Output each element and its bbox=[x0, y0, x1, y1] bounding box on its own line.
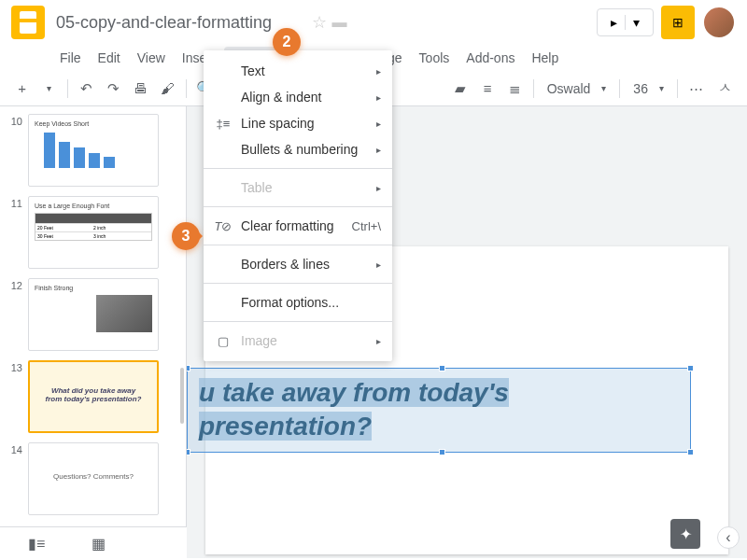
thumbnail[interactable]: Keep Videos Short bbox=[28, 114, 159, 187]
new-slide-button[interactable]: + bbox=[9, 76, 35, 102]
menu-file[interactable]: File bbox=[52, 47, 89, 69]
slide-text[interactable]: u take away from today's presentation? bbox=[199, 376, 679, 444]
dd-spacing[interactable]: ‡≡Line spacing▸ bbox=[204, 110, 392, 136]
dd-image: ▢Image▸ bbox=[204, 328, 392, 354]
avatar[interactable] bbox=[702, 6, 736, 39]
dd-bullets[interactable]: Bullets & numbering▸ bbox=[204, 136, 392, 162]
border-color-button[interactable]: ≡ bbox=[475, 76, 500, 102]
doc-title[interactable]: 05-copy-and-clear-formatting bbox=[56, 13, 306, 33]
collapse-button[interactable]: ㅅ bbox=[712, 76, 738, 102]
callout-2: 2 bbox=[273, 28, 301, 56]
thumb-number: 14 bbox=[7, 442, 22, 515]
format-dropdown: Text▸ Align & indent▸ ‡≡Line spacing▸ Bu… bbox=[204, 50, 392, 361]
thumbnail[interactable]: Use a Large Enough Font 20 Feet2 inch 30… bbox=[28, 196, 159, 269]
font-size-select[interactable]: 36▾ bbox=[626, 77, 671, 100]
new-slide-dropdown[interactable]: ▾ bbox=[36, 76, 62, 102]
filmstrip-view-button[interactable]: ▮≡ bbox=[28, 535, 45, 553]
thumb-number: 10 bbox=[7, 114, 22, 187]
next-nav-button[interactable]: ‹ bbox=[717, 526, 740, 549]
image-icon: ▢ bbox=[215, 334, 232, 348]
present-button[interactable]: ▸ ▾ bbox=[597, 8, 654, 36]
menu-view[interactable]: View bbox=[130, 47, 173, 69]
thumbnail-panel: 10 Keep Videos Short 11 Use a Large Enou… bbox=[0, 106, 187, 558]
grid-view-button[interactable]: ▦ bbox=[92, 535, 106, 553]
dd-text[interactable]: Text▸ bbox=[204, 58, 392, 84]
apps-button[interactable]: ⊞ bbox=[661, 6, 695, 39]
dd-format-options[interactable]: Format options... bbox=[204, 289, 392, 315]
dd-table: Table▸ bbox=[204, 175, 392, 201]
play-icon: ▸ bbox=[611, 15, 617, 30]
more-button[interactable]: ⋯ bbox=[684, 76, 709, 102]
thumbnail[interactable]: Questions? Comments? bbox=[28, 442, 159, 515]
scrollbar[interactable] bbox=[180, 368, 184, 424]
dd-align[interactable]: Align & indent▸ bbox=[204, 84, 392, 110]
text-box[interactable]: u take away from today's presentation? bbox=[187, 368, 691, 453]
line-spacing-icon: ‡≡ bbox=[215, 117, 232, 131]
thumb-number: 11 bbox=[7, 196, 22, 269]
clear-format-icon: T⊘ bbox=[215, 219, 232, 233]
thumb-number: 12 bbox=[7, 278, 22, 351]
star-icon[interactable]: ☆ bbox=[312, 12, 327, 33]
paint-format-button[interactable]: 🖌 bbox=[155, 76, 180, 102]
thumb-number: 13 bbox=[7, 360, 22, 433]
present-dropdown-icon[interactable]: ▾ bbox=[625, 15, 640, 30]
thumbnail-selected[interactable]: What did you take away from today's pres… bbox=[28, 360, 159, 433]
menu-addons[interactable]: Add-ons bbox=[458, 47, 522, 69]
font-select[interactable]: Oswald▾ bbox=[540, 77, 614, 100]
redo-button[interactable]: ↷ bbox=[101, 76, 126, 102]
menu-tools[interactable]: Tools bbox=[412, 47, 458, 69]
fill-color-button[interactable]: ▰ bbox=[448, 76, 473, 102]
undo-button[interactable]: ↶ bbox=[74, 76, 99, 102]
print-button[interactable]: 🖶 bbox=[128, 76, 153, 102]
border-weight-button[interactable]: ≣ bbox=[502, 76, 528, 102]
folder-icon[interactable]: ▬ bbox=[332, 14, 347, 31]
slides-logo[interactable] bbox=[11, 6, 45, 39]
menu-edit[interactable]: Edit bbox=[91, 47, 128, 69]
thumbnail[interactable]: Finish Strong bbox=[28, 278, 159, 351]
menu-help[interactable]: Help bbox=[524, 47, 566, 69]
dd-clear-formatting[interactable]: T⊘Clear formattingCtrl+\ bbox=[204, 213, 392, 239]
callout-3: 3 bbox=[172, 222, 200, 250]
dd-borders[interactable]: Borders & lines▸ bbox=[204, 251, 392, 277]
view-switcher: ▮≡ ▦ bbox=[0, 526, 187, 560]
explore-button[interactable]: ✦ bbox=[670, 519, 700, 549]
